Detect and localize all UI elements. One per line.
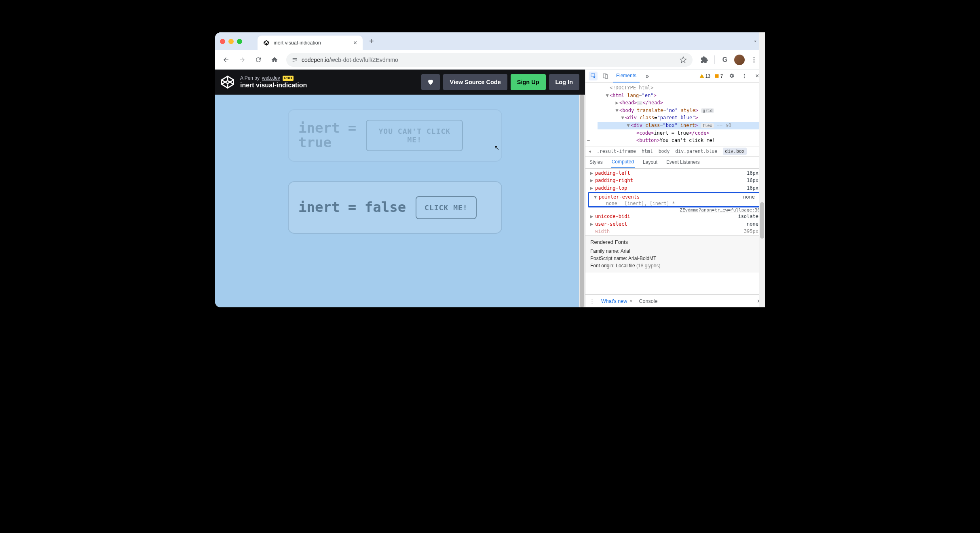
devtools-drawer: ⋮ What's new × Console ×	[585, 294, 765, 307]
bookmark-star-icon[interactable]	[680, 56, 687, 63]
browser-window: inert visual-indication × + codepen.io/w…	[215, 32, 765, 307]
computed-prop: ▶unicode-bidiisolate	[585, 213, 765, 220]
svg-rect-5	[605, 75, 607, 78]
pen-title: inert visual-indication	[240, 81, 307, 89]
computed-prop: width395px	[585, 228, 765, 235]
google-account-icon[interactable]: G	[718, 53, 732, 67]
minimize-window-button[interactable]	[228, 39, 234, 44]
address-bar[interactable]: codepen.io/web-dot-dev/full/ZEvdmmo	[286, 53, 693, 67]
devtools-tabs: Elements » 13 7 ×	[585, 70, 765, 82]
maximize-window-button[interactable]	[237, 39, 242, 44]
event-listeners-tab[interactable]: Event Listeners	[665, 156, 701, 168]
rendered-fonts: Rendered Fonts Family name: Arial PostSc…	[585, 235, 765, 273]
inert-true-box: inert = true YOU CAN'T CLICK ME!	[288, 109, 502, 162]
svg-point-1	[754, 59, 755, 60]
url-text: codepen.io/web-dot-dev/full/ZEvdmmo	[302, 57, 398, 63]
chrome-menu-icon[interactable]	[747, 53, 761, 67]
elements-tab[interactable]: Elements	[613, 70, 640, 82]
window-scrollbar[interactable]	[759, 32, 765, 307]
view-source-button[interactable]: View Source Code	[443, 74, 507, 90]
inert-false-button[interactable]: CLICK ME!	[416, 196, 477, 219]
console-tab[interactable]: Console	[639, 298, 658, 304]
dom-tree[interactable]: <!DOCTYPE html> ▼<html lang="en"> ▶<head…	[585, 82, 765, 146]
svg-point-8	[744, 75, 745, 76]
svg-point-7	[744, 74, 745, 74]
close-window-button[interactable]	[220, 39, 225, 44]
inert-true-code: inert = true	[298, 121, 356, 150]
pro-badge: PRO	[283, 76, 294, 81]
forward-button[interactable]	[235, 53, 249, 67]
inspect-element-icon[interactable]	[589, 72, 598, 80]
love-button[interactable]	[421, 74, 440, 90]
computed-prop: ▶padding-left16px	[585, 169, 765, 177]
inert-false-code: inert = false	[298, 200, 406, 215]
browser-tabbar: inert visual-indication × +	[215, 32, 765, 50]
content-area: A Pen by web.dev PRO inert visual-indica…	[215, 70, 765, 307]
pen-result-iframe: inert = true YOU CAN'T CLICK ME! inert =…	[215, 95, 585, 307]
settings-icon[interactable]	[727, 72, 736, 80]
styles-tab[interactable]: Styles	[589, 156, 604, 168]
home-button[interactable]	[268, 53, 281, 67]
layout-tab[interactable]: Layout	[642, 156, 658, 168]
devtools-panel: Elements » 13 7 × <!DOCTYPE html> ▼<html…	[585, 70, 765, 307]
highlighted-property: ▼pointer-eventsnone none[inert], [inert]…	[588, 192, 762, 208]
tab-search-icon[interactable]	[750, 36, 760, 46]
svg-rect-6	[715, 74, 718, 78]
back-button[interactable]	[219, 53, 233, 67]
extensions-icon[interactable]	[697, 53, 711, 67]
codepen-favicon-icon	[263, 40, 270, 46]
window-controls	[220, 39, 242, 44]
tab-title: inert visual-indication	[274, 40, 349, 46]
reload-button[interactable]	[251, 53, 265, 67]
pen-byline: A Pen by web.dev PRO	[240, 75, 307, 81]
device-toggle-icon[interactable]	[601, 72, 610, 80]
computed-prop: ▶user-selectnone	[585, 220, 765, 228]
log-in-button[interactable]: Log In	[549, 74, 580, 90]
styles-subtabs: Styles Computed Layout Event Listeners »	[585, 157, 765, 169]
site-settings-icon	[292, 57, 298, 63]
browser-tab[interactable]: inert visual-indication ×	[258, 36, 363, 50]
inert-false-box: inert = false CLICK ME!	[288, 181, 502, 234]
iframe-scrollbar[interactable]	[579, 95, 585, 307]
close-tab-icon[interactable]: ×	[353, 39, 357, 47]
issues-count[interactable]: 7	[714, 74, 723, 78]
more-tabs-icon[interactable]: »	[643, 72, 652, 80]
codepen-header: A Pen by web.dev PRO inert visual-indica…	[215, 70, 585, 95]
svg-point-2	[754, 61, 755, 62]
devtools-menu-icon[interactable]	[740, 72, 749, 80]
computed-styles-panel[interactable]: ▶padding-left16px ▶padding-right16px ▶pa…	[585, 169, 765, 294]
svg-point-9	[744, 77, 745, 78]
computed-tab[interactable]: Computed	[611, 156, 635, 168]
computed-prop: ▶padding-right16px	[585, 177, 765, 184]
dom-breadcrumb[interactable]: ◂ .result-iframe html body div.parent.bl…	[585, 146, 765, 157]
whats-new-tab[interactable]: What's new ×	[601, 298, 633, 304]
source-link[interactable]: ZEvdmmo?anon=tr…ew=fullpage:30	[585, 207, 765, 213]
inert-true-button: YOU CAN'T CLICK ME!	[366, 120, 463, 151]
codepen-logo-icon[interactable]	[221, 75, 234, 89]
computed-prop: ▶padding-top16px	[585, 184, 765, 192]
profile-avatar[interactable]	[734, 55, 745, 65]
page: A Pen by web.dev PRO inert visual-indica…	[215, 70, 585, 307]
svg-point-0	[754, 57, 755, 58]
browser-toolbar: codepen.io/web-dot-dev/full/ZEvdmmo G	[215, 50, 765, 70]
warnings-count[interactable]: 13	[699, 74, 710, 78]
sign-up-button[interactable]: Sign Up	[511, 74, 546, 90]
new-tab-button[interactable]: +	[369, 37, 374, 46]
